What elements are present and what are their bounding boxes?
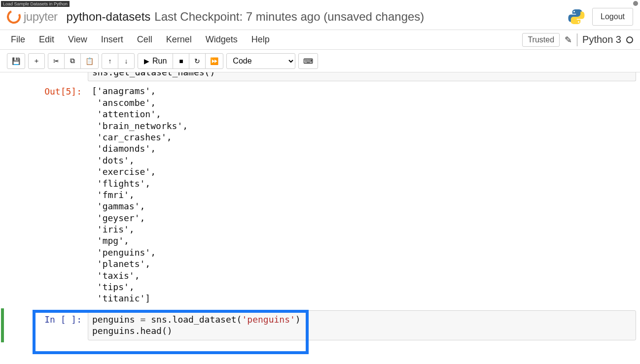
- checkpoint-status: Last Checkpoint: 7 minutes ago (unsaved …: [154, 10, 424, 24]
- save-icon: 💾: [12, 57, 20, 65]
- python-logo-icon: [568, 8, 585, 26]
- menu-view[interactable]: View: [64, 31, 97, 49]
- input-cell-current[interactable]: In [ ]: penguins = sns.load_dataset('pen…: [1, 308, 636, 342]
- menu-widgets[interactable]: Widgets: [202, 31, 248, 49]
- svg-point-1: [578, 21, 579, 23]
- command-palette-button[interactable]: ⌨: [298, 53, 318, 69]
- run-label: Run: [152, 57, 167, 66]
- menu-file[interactable]: File: [7, 31, 35, 49]
- restart-icon: ↻: [194, 57, 200, 65]
- cell-type-select[interactable]: Code: [226, 53, 295, 69]
- fast-forward-icon: ⏩: [210, 57, 218, 65]
- menu-edit[interactable]: Edit: [35, 31, 64, 49]
- kernel-idle-icon: [626, 36, 633, 43]
- jupyter-logo-text: jupyter: [24, 10, 58, 24]
- move-down-button[interactable]: ↓: [118, 53, 135, 69]
- restart-button[interactable]: ↻: [189, 53, 206, 69]
- output-cell-5: Out[5]: ['anagrams', 'anscombe', 'attent…: [4, 82, 636, 307]
- browser-tab-title: Load Sample Datasets in Python: [1, 1, 70, 7]
- cut-button[interactable]: ✂: [48, 53, 65, 69]
- arrow-down-icon: ↓: [125, 57, 128, 65]
- copy-button[interactable]: ⧉: [64, 53, 81, 69]
- input-prompt-empty: In [ ]:: [4, 310, 88, 340]
- add-cell-button[interactable]: ＋: [28, 53, 45, 69]
- logout-button[interactable]: Logout: [592, 8, 633, 26]
- output-prompt-5: Out[5]:: [4, 82, 88, 307]
- menu-insert[interactable]: Insert: [97, 31, 133, 49]
- jupyter-logo[interactable]: jupyter: [7, 10, 58, 24]
- stop-icon: ■: [179, 57, 183, 65]
- move-up-button[interactable]: ↑: [102, 53, 118, 69]
- input-prompt-hidden: [4, 72, 88, 81]
- interrupt-button[interactable]: ■: [173, 53, 189, 69]
- play-icon: ▶: [144, 57, 149, 65]
- header: jupyter python-datasets Last Checkpoint:…: [0, 5, 640, 30]
- menu-kernel[interactable]: Kernel: [162, 31, 202, 49]
- jupyter-swirl-icon: [5, 8, 23, 26]
- notebook-area: sns.get_dataset_names() Out[5]: ['anagra…: [0, 72, 640, 343]
- code-input-partial[interactable]: sns.get_dataset_names(): [88, 72, 636, 81]
- paste-icon: 📋: [85, 57, 94, 65]
- scissors-icon: ✂: [53, 57, 59, 65]
- svg-point-0: [573, 11, 575, 12]
- edit-icon[interactable]: ✎: [565, 34, 572, 45]
- run-button[interactable]: ▶Run: [138, 53, 173, 69]
- arrow-up-icon: ↑: [108, 57, 112, 65]
- paste-button[interactable]: 📋: [80, 53, 99, 69]
- menu-help[interactable]: Help: [248, 31, 280, 49]
- menubar: File Edit View Insert Cell Kernel Widget…: [0, 30, 640, 50]
- keyboard-icon: ⌨: [303, 57, 313, 65]
- code-input-current[interactable]: penguins = sns.load_dataset('penguins') …: [88, 310, 636, 340]
- input-cell-partial: sns.get_dataset_names(): [4, 72, 636, 81]
- kernel-name[interactable]: Python 3: [582, 34, 621, 45]
- save-button[interactable]: 💾: [7, 53, 25, 69]
- plus-icon: ＋: [33, 57, 40, 66]
- window-close-icon[interactable]: [633, 1, 638, 6]
- copy-icon: ⧉: [70, 57, 75, 65]
- trusted-badge[interactable]: Trusted: [522, 33, 560, 47]
- notebook-name[interactable]: python-datasets: [67, 10, 151, 24]
- divider: [577, 33, 577, 46]
- output-text-5: ['anagrams', 'anscombe', 'attention', 'b…: [88, 82, 636, 307]
- toolbar: 💾 ＋ ✂ ⧉ 📋 ↑ ↓ ▶Run ■ ↻ ⏩ Code ⌨: [0, 50, 640, 72]
- menu-cell[interactable]: Cell: [133, 31, 162, 49]
- restart-run-all-button[interactable]: ⏩: [205, 53, 223, 69]
